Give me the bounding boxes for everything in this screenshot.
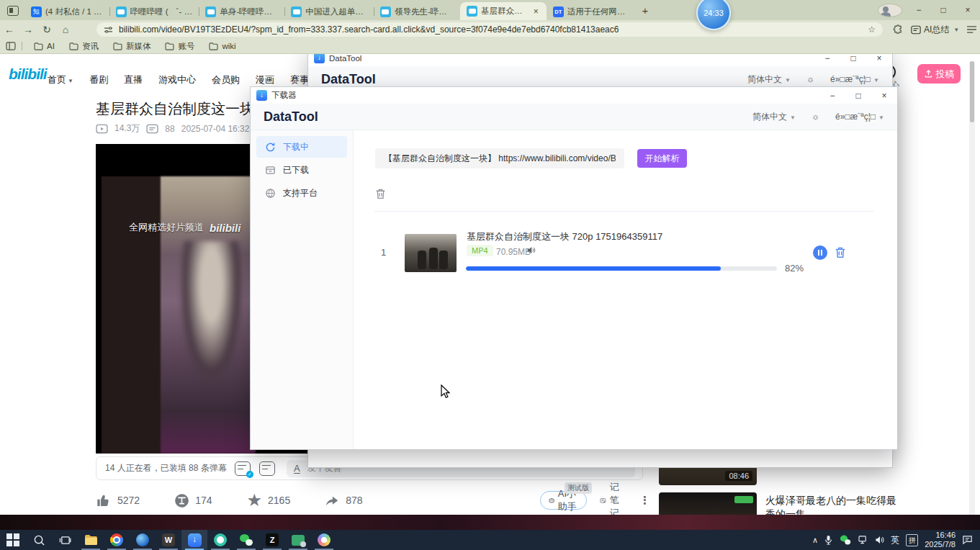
tab-close-icon[interactable]: ×	[532, 6, 540, 17]
sidebar-item-downloaded[interactable]: 已下载	[256, 159, 347, 181]
divider	[22, 42, 22, 50]
parse-button[interactable]: 开始解析	[637, 149, 687, 168]
nav-vip-shop[interactable]: 会员购	[212, 73, 240, 86]
downloader-titlebar[interactable]: 下载器 − □ ×	[251, 87, 897, 104]
browser-tab-bilibili-home[interactable]: 哔哩哔哩 ( ゜- ゜)つロ	[109, 3, 199, 20]
theme-toggle-icon[interactable]: ☼	[806, 74, 814, 84]
home-icon[interactable]: ⌂	[56, 24, 75, 35]
ai-assistant-button[interactable]: AI小助手 测试版	[540, 491, 588, 510]
page-scrollbar[interactable]	[969, 61, 975, 515]
task-view-button[interactable]	[52, 530, 78, 550]
nav-manga[interactable]: 漫画	[256, 73, 274, 86]
network-icon[interactable]	[858, 536, 868, 544]
like-button[interactable]: 5272	[96, 493, 140, 508]
coin-button[interactable]: 174	[174, 493, 212, 508]
taskbar-wink[interactable]	[207, 530, 233, 550]
danmaku-toggle-icon[interactable]: ✓	[235, 461, 251, 476]
scrollbar-thumb[interactable]	[970, 61, 974, 122]
close-button[interactable]: ×	[871, 88, 897, 104]
related-video-thumbnail[interactable]	[659, 492, 757, 515]
side-panel-icon[interactable]	[6, 42, 16, 50]
upload-button[interactable]: 投稿	[917, 64, 961, 84]
browser-profile-avatar[interactable]	[878, 4, 902, 17]
new-tab-button[interactable]: +	[637, 1, 654, 19]
browser-tab-danshen[interactable]: 单身-哔哩哔哩_bilibili	[199, 3, 284, 20]
maximize-button[interactable]: □	[845, 88, 871, 104]
row-index: 1	[381, 247, 386, 258]
taskbar-wps[interactable]: W	[156, 530, 181, 550]
volume-icon[interactable]	[875, 536, 884, 544]
pause-button[interactable]	[813, 245, 827, 260]
address-bar[interactable]: bilibili.com/video/BV19T3EzDEU4/?spm_id_…	[96, 22, 883, 37]
browser-tab-zhihu[interactable]: 知(4 封私信 / 1 条消息)	[24, 3, 109, 20]
nav-home[interactable]: 首页▼	[48, 73, 73, 86]
taskbar-screenshare[interactable]	[285, 530, 311, 550]
nav-game-center[interactable]: 游戏中心	[158, 73, 196, 86]
bookmark-folder-accounts[interactable]: 账号	[159, 41, 200, 52]
microphone-icon[interactable]	[824, 535, 832, 545]
ai-summary-button[interactable]: AI总结 ▼	[911, 24, 959, 36]
notification-center-icon[interactable]	[962, 535, 973, 545]
taskbar-edge-browser[interactable]	[130, 530, 156, 550]
nav-live[interactable]: 直播	[124, 73, 143, 86]
downloading-icon	[265, 142, 276, 153]
more-menu-icon[interactable]: ⋮	[639, 494, 650, 507]
back-icon[interactable]: ←	[0, 24, 19, 35]
sidebar-item-downloading[interactable]: 下载中	[256, 136, 347, 158]
search-icon	[33, 534, 45, 546]
browser-minimize-button[interactable]: −	[907, 5, 931, 15]
danmaku-settings-icon[interactable]	[259, 461, 275, 476]
taskbar-datatool[interactable]: ↓	[181, 530, 207, 550]
browser-tab-active[interactable]: 基层群众自治制度×	[460, 2, 547, 20]
bookmark-folder-ai[interactable]: AI	[28, 42, 60, 50]
language-select[interactable]: 简体中文▼	[752, 111, 796, 123]
nav-bangumi[interactable]: 番剧	[89, 73, 108, 86]
theme-toggle-icon[interactable]: ☼	[812, 112, 819, 122]
browser-tab-lingdao[interactable]: 领导先生-哔哩哔哩_b	[374, 3, 460, 20]
ime-language-indicator[interactable]: 英	[891, 534, 899, 546]
delete-download-trash-icon[interactable]	[834, 246, 847, 259]
clear-list-trash-icon[interactable]	[374, 188, 387, 200]
folder-icon	[84, 534, 98, 546]
account-menu[interactable]: é»□æ¨ªç¦□▼	[830, 74, 879, 84]
font-style-icon[interactable]: A	[294, 464, 300, 474]
danmaku-count-icon	[146, 124, 158, 134]
forward-icon[interactable]: →	[19, 24, 37, 35]
browser-close-button[interactable]: ×	[956, 5, 980, 15]
sidebar-item-platforms[interactable]: 支持平台	[256, 182, 347, 204]
language-select[interactable]: 简体中文▼	[747, 73, 791, 86]
url-input[interactable]	[375, 148, 624, 168]
taskbar-photos-app[interactable]	[311, 530, 337, 550]
tray-expand-icon[interactable]: ∧	[812, 536, 818, 545]
bilibili-logo[interactable]: bilibili	[9, 66, 47, 83]
wechat-tray-icon[interactable]	[840, 536, 850, 545]
bookmark-folder-news[interactable]: 资讯	[63, 41, 104, 52]
tab-workspaces-icon[interactable]	[7, 6, 19, 16]
reload-icon[interactable]: ↻	[37, 24, 56, 35]
start-button[interactable]	[0, 530, 26, 550]
browser-tab-extension[interactable]: DT适用于任何网站的快速	[547, 3, 637, 20]
taskbar-chrome[interactable]	[104, 530, 130, 550]
taskbar-capcut[interactable]: Z	[259, 530, 285, 550]
ime-pinyin-icon[interactable]: 拼	[906, 534, 918, 546]
browser-menu-icon[interactable]	[966, 25, 977, 34]
extensions-puzzle-icon[interactable]	[893, 24, 904, 35]
taskbar-search-button[interactable]	[26, 530, 52, 550]
taskbar-file-explorer[interactable]	[78, 530, 104, 550]
bookmark-folder-newmedia[interactable]: 新媒体	[107, 41, 157, 52]
share-button[interactable]: 878	[325, 494, 362, 507]
downloader-sidebar: 下载中 已下载 支持平台	[251, 130, 354, 449]
favorite-button[interactable]: ★ 2165	[247, 492, 291, 509]
note-button[interactable]: 记笔记	[600, 481, 625, 515]
related-video-card[interactable]: 火爆泽哥最老八的一集吃得最香的一集	[659, 492, 896, 515]
browser-maximize-button[interactable]: □	[931, 5, 956, 15]
minimize-button[interactable]: −	[819, 88, 845, 104]
bookmark-folder-wiki[interactable]: wiki	[203, 42, 241, 50]
taskbar-wechat[interactable]	[233, 530, 259, 550]
bookmark-star-icon[interactable]: ☆	[868, 24, 876, 35]
browser-tab-zhongguo[interactable]: 中国进入超单身时代_!	[284, 3, 374, 20]
nav-esports[interactable]: 赛事	[290, 73, 309, 86]
taskbar-clock[interactable]: 16:46 2025/7/8	[925, 531, 956, 549]
related-video-title[interactable]: 火爆泽哥最老八的一集吃得最香的一集	[765, 492, 896, 515]
account-menu[interactable]: é»□æ¨ªç¦□▼	[835, 112, 884, 122]
